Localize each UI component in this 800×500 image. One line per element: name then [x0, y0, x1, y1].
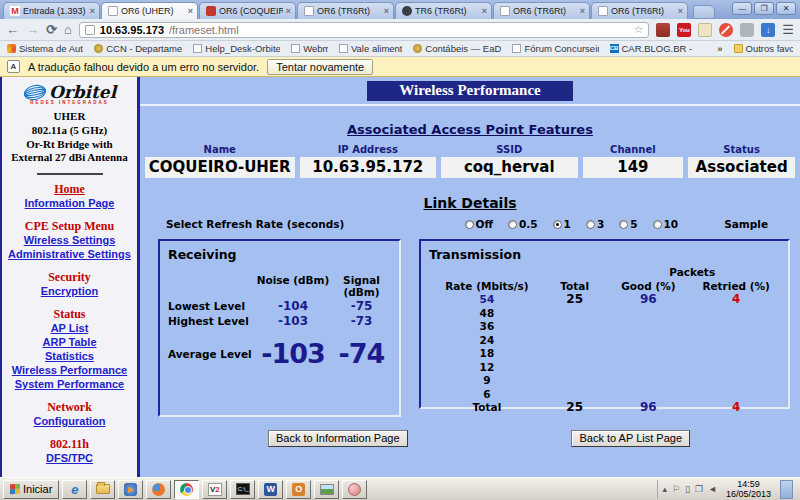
- tab-close-icon[interactable]: ×: [482, 6, 487, 16]
- bookmark-item[interactable]: Sistema de Autentica: [7, 43, 83, 54]
- address-bar[interactable]: 10.63.95.173 /frameset.html ☆: [79, 22, 650, 38]
- tab-or6-tr6rt-1[interactable]: OR6 (TR6Rt) ×: [297, 2, 394, 19]
- translate-retry-button[interactable]: Tentar novamente: [267, 59, 373, 75]
- taskbar-firefox[interactable]: [146, 480, 171, 499]
- page-icon: [108, 6, 118, 16]
- sidebar-item-administrative-settings[interactable]: Administrative Settings: [2, 247, 137, 261]
- reload-icon[interactable]: ⟳: [46, 23, 57, 36]
- dictionary-extension-icon[interactable]: [656, 23, 670, 37]
- forward-icon[interactable]: →: [26, 23, 39, 36]
- tab-close-icon[interactable]: ×: [188, 6, 193, 16]
- back-to-information-page-button[interactable]: Back to Information Page: [268, 430, 408, 447]
- sidebar-item-system-performance[interactable]: System Performance: [2, 377, 137, 391]
- download-extension-icon[interactable]: ↓: [761, 23, 775, 37]
- tab-or6-tr6rt-3[interactable]: OR6 (TR6Rt) ×: [591, 2, 688, 19]
- taskbar-media-center[interactable]: ▶: [118, 480, 143, 499]
- bookmark-item[interactable]: Fórum Concurseiros! -...: [512, 43, 598, 54]
- taskbar-vnc-viewer[interactable]: V2: [202, 480, 227, 499]
- sidebar-item-arp-table[interactable]: ARP Table: [2, 335, 137, 349]
- close-button[interactable]: ✕: [776, 2, 796, 15]
- tab-tr6-tr6rt[interactable]: TR6 (TR6Rt) ×: [395, 2, 492, 19]
- tab-close-icon[interactable]: ×: [678, 6, 683, 16]
- bookmarks-overflow-button[interactable]: »: [717, 43, 722, 54]
- taskbar-chrome-active[interactable]: [174, 480, 199, 499]
- youtube-extension-icon[interactable]: You: [677, 23, 691, 37]
- tray-flag-icon[interactable]: ⚐: [672, 485, 680, 494]
- sidebar-item-information-page[interactable]: Information Page: [2, 196, 137, 210]
- radio-3[interactable]: 3: [586, 218, 604, 230]
- taskbar-outlook[interactable]: O: [286, 480, 311, 499]
- lowest-noise-value: -104: [254, 299, 332, 313]
- sidebar-item-configuration[interactable]: Configuration: [2, 414, 137, 428]
- star-icon[interactable]: ☆: [633, 23, 643, 36]
- notes-extension-icon[interactable]: [698, 23, 712, 37]
- start-button[interactable]: Iniciar: [3, 480, 59, 499]
- radio-5[interactable]: 5: [619, 218, 637, 230]
- highest-level-label: Highest Level: [168, 315, 254, 327]
- tab-or6-uher[interactable]: OR6 (UHER) ×: [101, 2, 198, 19]
- rate-54: 54: [429, 293, 545, 307]
- radio-icon[interactable]: [586, 220, 595, 229]
- sidebar-item-ap-list[interactable]: AP List: [2, 321, 137, 335]
- orbitel-logo: Orbitel: [2, 82, 137, 102]
- tab-close-icon[interactable]: ×: [286, 6, 291, 16]
- tab-close-icon[interactable]: ×: [580, 6, 585, 16]
- tab-gmail[interactable]: M Entrada (1.393) - con ×: [3, 2, 100, 19]
- tray-network-icon[interactable]: ❐: [695, 485, 703, 494]
- sidebar-item-wireless-performance[interactable]: Wireless Performance: [2, 363, 137, 377]
- bookmark-item[interactable]: CCN - Departamento d...: [94, 43, 182, 54]
- rate-6: 6: [429, 388, 545, 402]
- ap-ip-value: 10.63.95.172: [300, 157, 437, 178]
- receiving-average-row: Average Level -103 -74: [168, 338, 391, 369]
- bookmark-item[interactable]: Vale alimentação: [339, 43, 402, 54]
- radio-icon[interactable]: [619, 220, 628, 229]
- tray-up-arrow-icon[interactable]: ▴: [662, 485, 667, 494]
- tab-or6-tr6rt-2[interactable]: OR6 (TR6Rt) ×: [493, 2, 590, 19]
- tab-close-icon[interactable]: ×: [384, 6, 389, 16]
- tray-battery-icon[interactable]: ▯: [685, 485, 690, 494]
- sidebar-item-statistics[interactable]: Statistics: [2, 349, 137, 363]
- people-extension-icon[interactable]: [740, 23, 754, 37]
- new-tab-button[interactable]: [693, 5, 715, 19]
- radio-10[interactable]: 10: [653, 218, 679, 230]
- taskbar-paint[interactable]: [342, 480, 367, 499]
- radio-1[interactable]: 1: [553, 218, 571, 230]
- radio-icon[interactable]: [508, 220, 517, 229]
- total-header: Total: [545, 280, 605, 294]
- sidebar-item-home[interactable]: Home: [2, 182, 137, 196]
- sidebar-item-log-off[interactable]: Log Off: [2, 475, 137, 477]
- taskbar-word[interactable]: W: [258, 480, 283, 499]
- bookmark-item[interactable]: Help_Desk-Orbitel :: Ti...: [193, 43, 280, 54]
- other-bookmarks-folder[interactable]: Outros favoritos: [734, 43, 794, 54]
- radio-icon[interactable]: [653, 220, 662, 229]
- sample-label: Sample: [724, 218, 768, 230]
- taskbar-command-prompt[interactable]: C:\_: [230, 480, 255, 499]
- radio-icon[interactable]: [465, 220, 474, 229]
- radio-off[interactable]: Off: [465, 218, 493, 230]
- taskbar-internet-explorer[interactable]: e: [62, 480, 87, 499]
- taskbar-file-explorer[interactable]: [90, 480, 115, 499]
- sidebar-item-dfs-tpc[interactable]: DFS/TPC: [2, 451, 137, 465]
- tray-speaker-icon[interactable]: ◄: [708, 485, 717, 494]
- radio-icon-selected[interactable]: [553, 220, 562, 229]
- bookmark-item[interactable]: Contábeis — EaD-UFSC: [413, 43, 501, 54]
- back-to-ap-list-page-button[interactable]: Back to AP List Page: [571, 430, 690, 447]
- tab-close-icon[interactable]: ×: [90, 6, 95, 16]
- menu-icon[interactable]: ☰: [782, 22, 794, 37]
- minimize-button[interactable]: —: [732, 2, 752, 15]
- home-icon[interactable]: ⌂: [64, 23, 72, 36]
- back-icon[interactable]: ←: [6, 23, 19, 36]
- bookmark-item[interactable]: Webmail: [291, 43, 328, 54]
- rate-54-total: 25: [545, 293, 605, 307]
- tab-or6-coqueiro[interactable]: OR6 (COQUEIRO-UH ×: [199, 2, 296, 19]
- show-desktop-button[interactable]: [780, 480, 793, 499]
- bookmark-item[interactable]: CBCAR.BLOG.BR - Carros: [610, 43, 696, 54]
- block-extension-icon[interactable]: [719, 23, 733, 37]
- radio-0-5[interactable]: 0.5: [508, 218, 538, 230]
- taskbar-photo-viewer[interactable]: [314, 480, 339, 499]
- restore-button[interactable]: ❐: [754, 2, 774, 15]
- col-header-channel: Channel: [583, 144, 684, 155]
- taskbar-clock[interactable]: 14:59 16/05/2013: [722, 479, 775, 500]
- sidebar-item-wireless-settings[interactable]: Wireless Settings: [2, 233, 137, 247]
- sidebar-item-encryption[interactable]: Encryption: [2, 284, 137, 298]
